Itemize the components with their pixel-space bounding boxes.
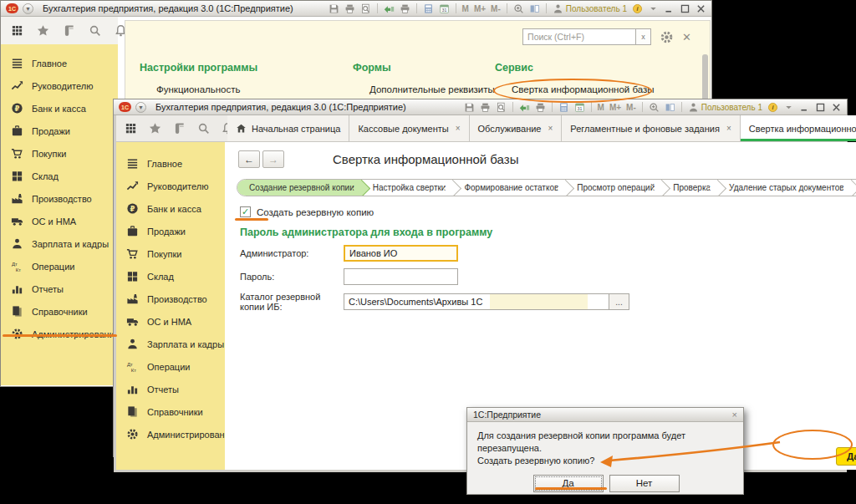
sidebar-item[interactable]: Зарплата и кадры xyxy=(116,333,225,355)
sidebar-item[interactable]: Отчеты xyxy=(116,378,225,400)
toolbar-item[interactable] xyxy=(377,3,378,13)
minimize-icon[interactable] xyxy=(664,3,675,14)
sidebar-item[interactable]: Покупки xyxy=(116,242,225,265)
close-icon[interactable] xyxy=(831,102,842,113)
search-clear-icon[interactable]: x xyxy=(636,28,651,45)
sidebar-item[interactable]: Производство xyxy=(1,187,118,210)
sidebar-item[interactable]: Руководителю xyxy=(1,74,118,97)
sections-menu-icon[interactable] xyxy=(125,122,137,135)
sidebar-item[interactable]: ОС и НМА xyxy=(116,310,225,333)
send-icon[interactable] xyxy=(519,102,530,113)
wizard-step[interactable]: Просмотр операций xyxy=(565,180,661,196)
close-icon[interactable] xyxy=(696,3,706,14)
user-button[interactable]: Пользователь 1 xyxy=(553,3,627,14)
toolbar-item[interactable] xyxy=(507,3,507,13)
sections-menu-icon[interactable] xyxy=(11,24,23,37)
toolbar-item[interactable]: M- xyxy=(626,103,636,112)
print-preview-icon[interactable] xyxy=(360,3,371,14)
toolbar-item[interactable] xyxy=(552,102,553,112)
user-button[interactable]: Пользователь 1 xyxy=(688,102,762,113)
history-icon[interactable] xyxy=(63,24,75,37)
wizard-step[interactable]: Создание резервной копии xyxy=(237,180,361,196)
toolbar-item[interactable] xyxy=(681,102,682,112)
tab[interactable]: Обслуживание × xyxy=(470,115,563,141)
print-settings-icon[interactable] xyxy=(535,102,546,113)
panel-settings-gear-icon[interactable] xyxy=(660,30,674,44)
tab-close-icon[interactable]: × xyxy=(456,124,461,133)
zoom-icon[interactable] xyxy=(649,102,660,113)
sidebar-item[interactable]: Руководителю xyxy=(116,175,225,197)
toolbar-item[interactable] xyxy=(416,3,417,13)
sidebar-item[interactable]: ОС и НМА xyxy=(1,210,118,232)
yes-button[interactable]: Да xyxy=(533,475,604,492)
maximize-icon[interactable] xyxy=(815,102,826,113)
toolbar-item[interactable] xyxy=(546,3,547,13)
minimize-icon[interactable] xyxy=(799,102,810,113)
password-field[interactable] xyxy=(344,268,458,285)
menu-item[interactable]: Свертка информационной базы xyxy=(512,84,655,94)
sidebar-item[interactable]: Операции xyxy=(116,355,225,378)
sidebar-item[interactable]: Склад xyxy=(116,265,225,288)
favorites-icon[interactable] xyxy=(149,122,161,135)
toolbar-item[interactable]: M+ xyxy=(609,103,621,112)
front-window-titlebar[interactable]: 1С ▼ Бухгалтерия предприятия, редакция 3… xyxy=(114,99,847,115)
toolbar-item[interactable]: M+ xyxy=(474,4,486,13)
favorites-icon[interactable] xyxy=(37,24,49,37)
toolbar-item[interactable] xyxy=(512,102,513,112)
save-icon[interactable] xyxy=(329,3,339,14)
print-icon[interactable] xyxy=(480,102,491,113)
tab[interactable]: Регламентные и фоновые задания × xyxy=(562,115,740,141)
calendar-icon[interactable] xyxy=(439,3,450,14)
menu-item[interactable]: Дополнительные реквизиты xyxy=(369,84,495,94)
toolbar-item[interactable]: M- xyxy=(491,4,501,13)
panel-close-icon[interactable]: ✕ xyxy=(682,32,691,43)
chevron-down-icon[interactable] xyxy=(648,3,659,14)
menu-item[interactable]: Функциональность xyxy=(156,84,353,94)
admin-field[interactable] xyxy=(344,245,458,262)
sidebar-item[interactable]: Справочники xyxy=(116,400,225,423)
no-button[interactable]: Нет xyxy=(609,475,680,492)
sidebar-item[interactable]: Зарплата и кадры xyxy=(1,232,118,255)
tab[interactable]: Свертка информационной базы × xyxy=(741,115,856,141)
browse-button[interactable]: ... xyxy=(609,293,629,310)
calculator-icon[interactable] xyxy=(423,3,434,14)
toolbar-item[interactable] xyxy=(642,102,643,112)
dialog-titlebar[interactable]: 1С:Предприятие × xyxy=(467,408,743,422)
main-menu-dropdown-icon[interactable]: ▼ xyxy=(23,3,33,14)
print-preview-icon[interactable] xyxy=(496,102,507,113)
sidebar-item[interactable]: Администрирование xyxy=(1,323,118,345)
save-icon[interactable] xyxy=(464,102,475,113)
split-view-icon[interactable] xyxy=(665,102,675,113)
sidebar-item[interactable]: Склад xyxy=(1,165,118,187)
toolbar-item[interactable]: M xyxy=(598,103,604,112)
chevron-down-icon[interactable] xyxy=(783,102,794,113)
calculator-icon[interactable] xyxy=(558,102,569,113)
sidebar-item[interactable]: Главное xyxy=(116,152,225,175)
search-icon[interactable] xyxy=(197,122,210,135)
main-menu-dropdown-icon[interactable]: ▼ xyxy=(135,102,146,113)
maximize-icon[interactable] xyxy=(680,3,690,14)
sidebar-item[interactable]: Производство xyxy=(116,288,225,310)
sidebar-item[interactable]: Банк и касса xyxy=(116,197,225,220)
calendar-icon[interactable] xyxy=(574,102,585,113)
zoom-icon[interactable] xyxy=(513,3,524,14)
print-settings-icon[interactable] xyxy=(400,3,410,14)
toolbar-item[interactable] xyxy=(591,102,592,112)
tab-close-icon[interactable]: × xyxy=(548,124,553,133)
info-icon[interactable] xyxy=(632,3,643,14)
sidebar-item[interactable]: Продажи xyxy=(116,220,225,242)
sidebar-item[interactable]: Операции xyxy=(1,255,118,277)
history-icon[interactable] xyxy=(173,122,186,135)
sidebar-item[interactable]: Банк и касса xyxy=(1,97,118,120)
info-icon[interactable] xyxy=(767,102,778,113)
search-icon[interactable] xyxy=(89,24,101,37)
sidebar-item[interactable]: Покупки xyxy=(1,142,118,165)
backup-checkbox[interactable]: ✓ xyxy=(240,206,251,217)
next-button[interactable]: Далее > xyxy=(836,447,856,466)
dialog-close-icon[interactable]: × xyxy=(732,410,737,420)
nav-forward-button[interactable]: → xyxy=(262,150,284,168)
nav-back-button[interactable]: ← xyxy=(238,150,260,168)
sidebar-item[interactable]: Продажи xyxy=(1,120,118,142)
search-input[interactable] xyxy=(522,28,636,45)
wizard-step[interactable]: Формирование остатков xyxy=(452,180,565,196)
